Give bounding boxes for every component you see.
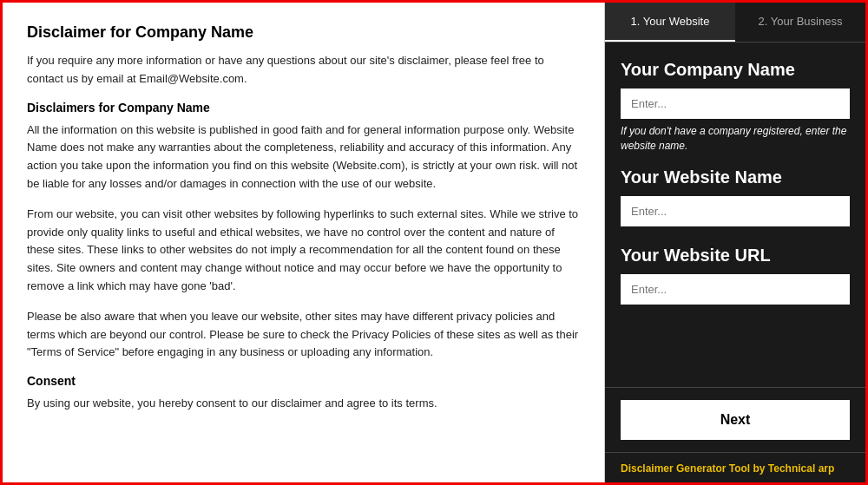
website-url-label: Your Website URL bbox=[621, 246, 850, 265]
website-name-label: Your Website Name bbox=[621, 167, 850, 187]
disclaimer-title: Disclaimer for Company Name bbox=[27, 23, 580, 42]
form-panel: 1. Your Website 2. Your Business Your Co… bbox=[605, 3, 865, 482]
section4-body: By using our website, you hereby consent… bbox=[27, 395, 580, 413]
section4-title: Consent bbox=[27, 374, 580, 388]
footer-text: Disclaimer Generator Tool by Technical a… bbox=[621, 462, 834, 475]
tab-your-business[interactable]: 2. Your Business bbox=[735, 3, 865, 42]
footer-bar: Disclaimer Generator Tool by Technical a… bbox=[605, 452, 865, 482]
next-bar: Next bbox=[605, 387, 865, 452]
tabs-bar: 1. Your Website 2. Your Business bbox=[605, 3, 865, 43]
website-url-input[interactable] bbox=[621, 274, 850, 305]
company-name-hint: If you don't have a company registered, … bbox=[621, 124, 850, 154]
section3-body: Please be also aware that when you leave… bbox=[27, 308, 580, 362]
disclaimer-panel: Disclaimer for Company Name If you requi… bbox=[3, 3, 605, 482]
section1-title: Disclaimers for Company Name bbox=[27, 101, 580, 115]
section1-body: All the information on this website is p… bbox=[27, 121, 580, 193]
form-area: Your Company Name If you don't have a co… bbox=[605, 43, 865, 387]
website-name-input[interactable] bbox=[621, 196, 850, 226]
company-name-label: Your Company Name bbox=[621, 60, 850, 80]
tab-your-website[interactable]: 1. Your Website bbox=[605, 3, 735, 42]
next-button[interactable]: Next bbox=[621, 400, 850, 440]
intro-text: If you require any more information or h… bbox=[27, 52, 580, 88]
company-name-input[interactable] bbox=[621, 88, 850, 119]
section2-body: From our website, you can visit other we… bbox=[27, 206, 580, 296]
